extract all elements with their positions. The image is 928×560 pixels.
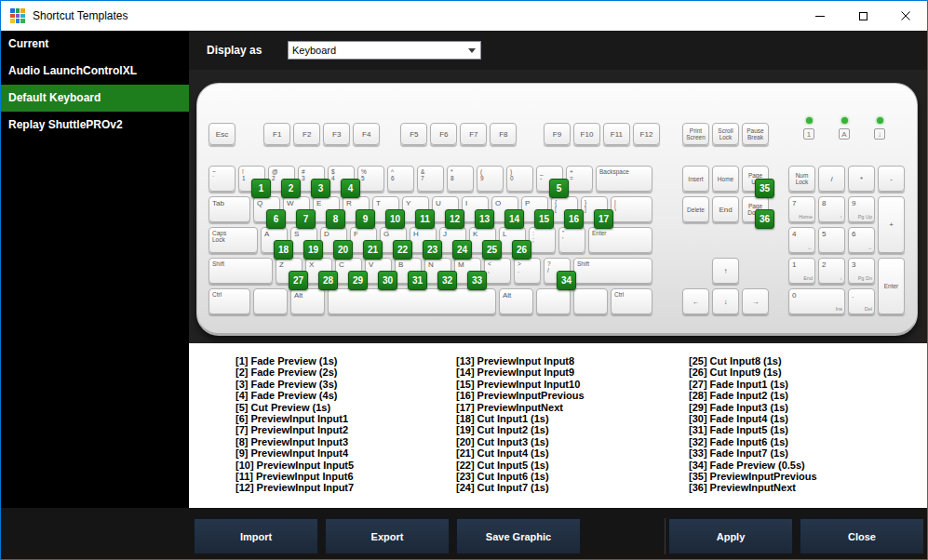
keyboard-key-shift: Shift (573, 258, 652, 284)
keyboard-key-0: )0 (506, 166, 533, 192)
keyboard-panel: 1A↓ EscF1F2F3F4F5F6F7F8F9F10F11F12~`!11@… (189, 70, 928, 343)
shortcut-number-badge: 11 (415, 209, 435, 229)
app-icon-square (10, 14, 15, 19)
keyboard-key-f1: F1 (263, 123, 290, 145)
apply-button[interactable]: Apply (668, 518, 793, 554)
keyboard-key-enter: Enter (588, 227, 652, 253)
scroll-lock-led (877, 117, 883, 124)
shortcut-number-badge: 7 (296, 209, 316, 229)
keyboard-key-sublabel: Del (865, 306, 872, 312)
keyboard-key-l: L26 (499, 227, 526, 253)
keyboard-key-blank: ↓ (712, 288, 739, 314)
shortcut-number-badge: 30 (378, 271, 397, 290)
keyboard-key-6: 6→ (848, 227, 875, 253)
close-icon (901, 11, 910, 20)
shortcut-number-badge: 36 (755, 209, 774, 229)
legend-entry: [12] PreviewInput Input7 (235, 482, 456, 493)
legend-columns: [1] Fade Preview (1s)[2] Fade Preview (2… (189, 343, 928, 494)
keyboard-key-f8: F8 (490, 123, 517, 145)
caps-lock-led (841, 117, 848, 124)
keyboard-key-f3: F3 (323, 123, 350, 145)
shortcut-number-badge: 31 (408, 271, 427, 290)
maximize-icon (859, 12, 867, 20)
legend-entry: [35] PreviewInputPrevious (689, 471, 817, 482)
display-as-dropdown[interactable]: Keyboard (288, 41, 481, 60)
keyboard-key-backspace: Backspace (596, 166, 652, 192)
keyboard-key-p: P15 (521, 196, 548, 222)
keyboard-key-f5: F5 (400, 123, 427, 145)
save-graphic-button[interactable]: Save Graphic (456, 518, 581, 554)
keyboard-key-print-screen: PrintScreen (682, 123, 709, 145)
keyboard-key-7: 7Home (788, 196, 815, 222)
legend-entry: [3] Fade Preview (3s) (235, 379, 456, 390)
keyboard-key-sublabel: ↓ (840, 275, 842, 281)
shortcut-number-badge: 23 (423, 240, 442, 260)
shortcut-number-badge: 29 (348, 271, 368, 290)
keyboard-key-caps-lock: CapsLock (208, 227, 258, 253)
keyboard-key-esc: Esc (208, 123, 235, 145)
sidebar-item-audio-launchcontrolxl[interactable]: Audio LaunchControlXL (1, 58, 189, 85)
keyboard-key-blank: ↑ (712, 258, 739, 284)
scroll-lock-indicator: ↓ (868, 117, 891, 140)
keyboard-key-num-lock: NumLock (788, 166, 815, 192)
keyboard-key-1: 1End (788, 258, 815, 284)
keyboard-key-scroll-lock: ScrollLock (712, 123, 739, 145)
keyboard-key-blank (328, 288, 496, 314)
keyboard-key-delete: Delete (682, 196, 709, 222)
app-icon-square (20, 8, 25, 13)
keyboard-key-r: R9 (343, 196, 370, 222)
sidebar-item-current[interactable]: Current (1, 31, 189, 58)
keyboard-key-v: V30 (365, 258, 392, 284)
app-icon-square (16, 8, 20, 13)
keyboard-key-sublabel: Pg Dn (858, 275, 872, 281)
num-lock-indicator: 1 (798, 117, 820, 140)
keyboard-key-a: A18 (261, 227, 288, 253)
keyboard-key-blank: / (818, 166, 845, 192)
export-button[interactable]: Export (325, 518, 450, 554)
minimize-button[interactable] (799, 1, 841, 31)
keyboard-section-numpad: NumLock/*-7Home8↑9Pg Up+4←56→1End2↓3Pg D… (788, 166, 905, 319)
keyboard-key-c: C29 (335, 258, 362, 284)
close-button[interactable] (884, 1, 927, 31)
shortcut-number-badge: 14 (504, 209, 524, 229)
shortcut-number-badge: 34 (557, 271, 576, 290)
footer-divider (665, 518, 666, 554)
shortcut-number-badge: 28 (318, 271, 338, 290)
display-as-value: Keyboard (289, 45, 468, 56)
keyboard-section-arrows: ←↓→ (682, 288, 769, 319)
keyboard-key-n: N32 (424, 258, 451, 284)
shortcut-number-badge: 19 (303, 240, 323, 260)
keyboard-key-3: #33 (298, 166, 325, 192)
legend-entry: [34] Fade Preview (0.5s) (689, 460, 817, 471)
shortcut-number-badge: 3 (311, 179, 330, 198)
import-button[interactable]: Import (194, 518, 318, 554)
legend-column: [25] Cut Input8 (1s)[26] Cut Input9 (1s)… (689, 355, 817, 494)
shortcut-number-badge: 24 (452, 240, 472, 260)
sidebar-item-default-keyboard[interactable]: Default Keyboard (1, 85, 189, 112)
keyboard-key-f9: F9 (544, 123, 571, 145)
legend-column: [1] Fade Preview (1s)[2] Fade Preview (2… (235, 355, 456, 494)
close-button[interactable]: Close (800, 518, 924, 554)
shortcut-legend: [1] Fade Preview (1s)[2] Fade Preview (2… (189, 343, 928, 508)
sidebar-item-replay-shuttleprov2[interactable]: Replay ShuttlePROv2 (1, 112, 189, 139)
shortcut-number-badge: 12 (445, 209, 464, 229)
keyboard-key-blank: → (742, 288, 769, 314)
keyboard-key-sublabel: → (867, 245, 873, 250)
legend-entry: [20] Cut Input3 (1s) (456, 436, 689, 447)
keyboard-key-blank: :; (529, 227, 556, 253)
num-lock-icon: 1 (803, 128, 814, 140)
keyboard-key-d: D20 (320, 227, 347, 253)
legend-entry: [24] Cut Input7 (1s) (456, 482, 689, 493)
keyboard-key-u: U12 (432, 196, 459, 222)
legend-entry: [17] PreviewInputNext (456, 402, 689, 413)
legend-entry: [18] Cut Input1 (1s) (456, 413, 689, 424)
keyboard-leds: 1A↓ (798, 117, 891, 140)
keyboard-key-blank: |\ (611, 196, 652, 222)
keyboard-key-alt: Alt (499, 288, 533, 314)
keyboard-key-4: $44 (328, 166, 355, 192)
maximize-button[interactable] (841, 1, 884, 31)
keyboard-key-blank: * (848, 166, 875, 192)
shortcut-number-badge: 4 (341, 179, 360, 198)
minimize-icon (815, 16, 825, 17)
scroll-lock-icon: ↓ (874, 128, 885, 140)
